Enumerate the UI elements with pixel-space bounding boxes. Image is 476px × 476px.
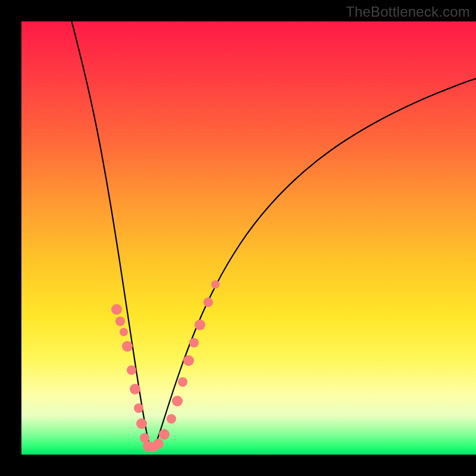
marker-dot	[159, 429, 170, 440]
chart-canvas: TheBottleneck.com	[0, 0, 476, 476]
marker-dot	[183, 355, 194, 366]
marker-dot	[189, 338, 199, 347]
dots-layer	[111, 280, 220, 452]
marker-dot	[211, 280, 220, 289]
marker-dot	[178, 377, 187, 387]
marker-dot	[130, 384, 140, 394]
attribution-text: TheBottleneck.com	[346, 4, 470, 20]
chart-svg	[21, 21, 476, 455]
marker-dot	[153, 439, 164, 449]
marker-dot	[195, 320, 205, 330]
marker-dot	[127, 365, 136, 375]
marker-dot	[172, 396, 183, 406]
marker-dot	[122, 341, 133, 352]
v-curve-path	[70, 15, 476, 447]
plot-area	[21, 21, 476, 455]
marker-dot	[167, 414, 176, 424]
marker-dot	[115, 317, 125, 326]
marker-dot	[120, 328, 128, 336]
marker-dot	[203, 298, 213, 307]
marker-dot	[134, 403, 143, 413]
marker-dot	[136, 418, 147, 429]
marker-dot	[111, 304, 122, 315]
